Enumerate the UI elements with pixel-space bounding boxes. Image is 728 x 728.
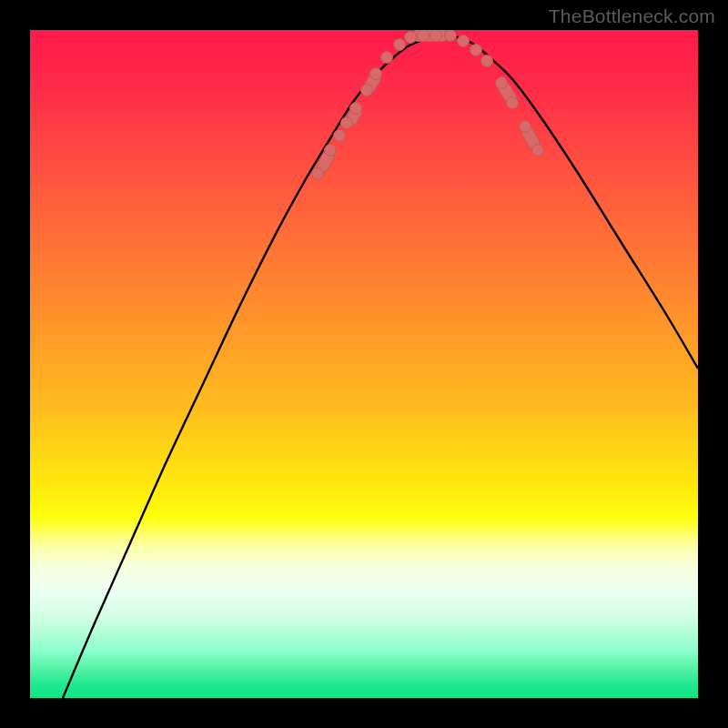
highlight-dot <box>470 45 482 56</box>
highlight-dot <box>370 68 382 80</box>
outer-frame: TheBottleneck.com <box>0 0 728 728</box>
highlight-dot <box>418 30 430 42</box>
highlight-dot <box>458 35 470 47</box>
highlight-dot <box>361 85 373 96</box>
highlight-dot <box>394 39 406 51</box>
highlight-dot <box>312 168 324 180</box>
highlight-dot <box>532 145 544 157</box>
highlight-dot <box>496 77 508 89</box>
watermark-text: TheBottleneck.com <box>549 5 715 27</box>
highlight-dot <box>430 30 442 42</box>
highlight-dot <box>350 103 362 115</box>
curve-layer <box>30 30 698 698</box>
highlight-dot <box>405 32 417 44</box>
highlight-dot <box>334 130 346 142</box>
highlight-dots <box>312 30 544 180</box>
highlight-dot <box>381 52 393 64</box>
highlight-dot <box>507 97 519 109</box>
bottleneck-curve <box>63 35 698 698</box>
highlight-dot <box>325 145 337 157</box>
highlight-dot <box>520 121 531 133</box>
highlight-dot <box>481 56 493 67</box>
highlight-dot <box>341 117 353 129</box>
highlight-dot <box>445 30 457 42</box>
plot-area <box>30 30 698 698</box>
